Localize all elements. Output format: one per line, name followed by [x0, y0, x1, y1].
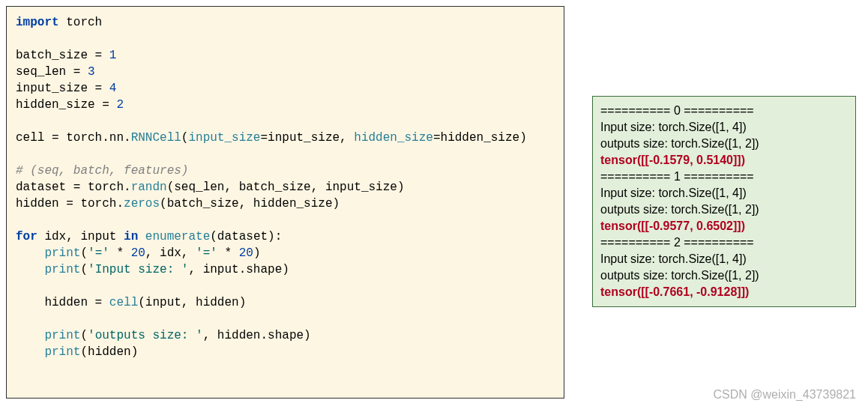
kw-import: import — [16, 16, 59, 29]
comment: # (seq, batch, features) — [16, 164, 188, 178]
output-tensor: tensor([[-0.1579, 0.5140]]) — [600, 152, 848, 169]
output-sep: ========== 0 ========== — [600, 103, 848, 119]
output-input-size: Input size: torch.Size([1, 4]) — [600, 251, 848, 267]
output-outputs-size: outputs size: torch.Size([1, 2]) — [600, 267, 848, 284]
output-outputs-size: outputs size: torch.Size([1, 2]) — [600, 136, 848, 152]
output-tensor: tensor([[-0.7661, -0.9128]]) — [600, 284, 848, 300]
output-outputs-size: outputs size: torch.Size([1, 2]) — [600, 202, 848, 218]
kw-for: for — [16, 230, 37, 243]
output-input-size: Input size: torch.Size([1, 4]) — [600, 185, 848, 202]
code-content: import torch batch_size = 1 seq_len = 3 … — [16, 16, 527, 359]
code-panel: import torch batch_size = 1 seq_len = 3 … — [6, 6, 564, 399]
output-sep: ========== 1 ========== — [600, 169, 848, 185]
watermark: CSDN @weixin_43739821 — [713, 388, 856, 402]
output-panel: ========== 0 ========== Input size: torc… — [592, 96, 856, 307]
output-tensor: tensor([[-0.9577, 0.6502]]) — [600, 218, 848, 234]
kw-in: in — [124, 230, 138, 243]
output-sep: ========== 2 ========== — [600, 234, 848, 251]
output-input-size: Input size: torch.Size([1, 4]) — [600, 119, 848, 136]
